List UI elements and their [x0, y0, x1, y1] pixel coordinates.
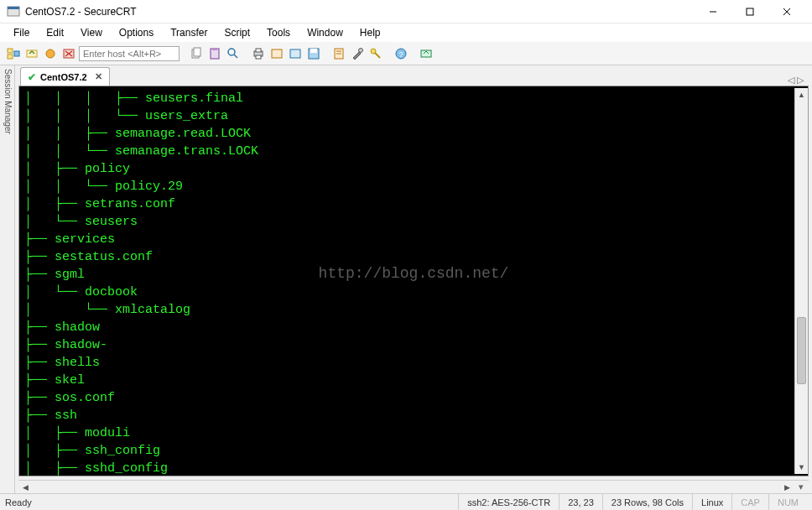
tab-next-button[interactable]: ▷	[797, 75, 804, 86]
tools-icon[interactable]	[349, 45, 366, 62]
tabbar: ✔ CentOS7.2 ✕ ◁ ▷	[15, 65, 812, 86]
terminal-line: ├── sos.conf	[24, 389, 803, 407]
svg-rect-23	[272, 49, 282, 58]
svg-rect-8	[14, 51, 19, 56]
terminal-line: ├── services	[24, 231, 803, 248]
session-manager-sidebar[interactable]: Session Manager	[0, 65, 15, 493]
status-caps: CAP	[731, 494, 768, 510]
svg-rect-1	[8, 7, 19, 9]
menu-edit[interactable]: Edit	[39, 25, 70, 40]
menu-view[interactable]: View	[74, 25, 109, 40]
terminal-line: │ └── seusers	[24, 213, 803, 231]
scroll-down-icon[interactable]: ▼	[795, 461, 808, 474]
terminal-line: │ │ └── policy.29	[24, 178, 803, 195]
svg-line-19	[234, 55, 237, 58]
vertical-scrollbar[interactable]: ▲ ▼	[794, 88, 808, 474]
terminal-line: │ │ └── semanage.trans.LOCK	[24, 143, 803, 160]
titlebar: CentOS7.2 - SecureCRT	[0, 0, 812, 23]
terminal-line: │ │ ├── semanage.read.LOCK	[24, 125, 803, 143]
scroll-right-icon[interactable]: ▶	[780, 481, 794, 493]
svg-rect-7	[8, 55, 13, 59]
terminal-line: ├── shadow	[24, 319, 803, 336]
tab-label: CentOS7.2	[40, 72, 87, 82]
svg-rect-24	[290, 49, 300, 58]
terminal-line: │ ├── setrans.conf	[24, 195, 803, 213]
menu-transfer[interactable]: Transfer	[164, 25, 214, 40]
help-icon[interactable]: ?	[393, 45, 409, 62]
script-icon[interactable]	[331, 45, 347, 62]
close-button[interactable]	[768, 0, 805, 23]
maximize-button[interactable]	[731, 0, 768, 23]
svg-text:?: ?	[398, 50, 403, 59]
svg-point-10	[46, 49, 55, 58]
tab-centos[interactable]: ✔ CentOS7.2 ✕	[20, 67, 110, 86]
horizontal-scrollbar[interactable]: ◀ ▶ ▾	[18, 480, 809, 493]
menu-tools[interactable]: Tools	[260, 25, 297, 40]
app-icon	[7, 5, 20, 18]
minimize-button[interactable]	[695, 0, 731, 23]
menu-help[interactable]: Help	[353, 25, 388, 40]
terminal-line: ├── sestatus.conf	[24, 248, 803, 266]
menu-script[interactable]: Script	[217, 25, 257, 40]
quick-connect-icon[interactable]	[23, 45, 40, 62]
svg-rect-15	[194, 48, 200, 56]
paste-icon[interactable]	[206, 45, 223, 62]
save-icon[interactable]	[305, 45, 322, 62]
properties-icon[interactable]	[287, 45, 304, 62]
terminal-line: ├── sgml	[24, 266, 803, 284]
terminal-line: ├── shadow-	[24, 336, 803, 354]
svg-line-32	[375, 53, 380, 58]
host-input[interactable]	[79, 46, 180, 61]
terminal-line: │ ├── policy	[24, 160, 803, 178]
session-manager-icon[interactable]	[5, 45, 22, 62]
status-cursor: 23, 23	[559, 494, 602, 510]
menu-options[interactable]: Options	[112, 25, 160, 40]
window-title: CentOS7.2 - SecureCRT	[25, 6, 695, 18]
terminal-line: │ │ │ ├── seusers.final	[24, 90, 803, 107]
terminal-line: │ ├── sshd_config	[24, 460, 803, 476]
connect-icon[interactable]	[42, 45, 59, 62]
scroll-left-icon[interactable]: ◀	[18, 481, 32, 493]
menu-file[interactable]: File	[7, 25, 36, 40]
svg-rect-17	[212, 48, 217, 50]
tab-close-icon[interactable]: ✕	[95, 71, 102, 82]
find-icon[interactable]	[225, 45, 242, 62]
status-os: Linux	[692, 494, 731, 510]
key-icon[interactable]	[367, 45, 384, 62]
scroll-up-icon[interactable]: ▲	[795, 88, 808, 101]
terminal-line: ├── ssh	[24, 407, 803, 424]
scroll-thumb[interactable]	[797, 317, 806, 384]
status-cipher: ssh2: AES-256-CTR	[458, 494, 559, 510]
status-num: NUM	[768, 494, 807, 510]
copy-icon[interactable]	[188, 45, 205, 62]
toolbar: ?	[0, 42, 812, 65]
svg-rect-3	[747, 8, 753, 15]
terminal[interactable]: │ │ │ ├── seusers.final│ │ │ └── users_e…	[18, 86, 809, 476]
terminal-line: │ └── xmlcatalog	[24, 301, 803, 319]
terminal-line: ├── shells	[24, 354, 803, 372]
tab-prev-button[interactable]: ◁	[788, 75, 794, 86]
svg-rect-22	[256, 55, 261, 59]
terminal-line: │ ├── moduli	[24, 424, 803, 442]
menubar: File Edit View Options Transfer Script T…	[0, 23, 812, 42]
status-ready: Ready	[5, 497, 32, 507]
statusbar: Ready ssh2: AES-256-CTR 23, 23 23 Rows, …	[0, 493, 812, 510]
new-session-icon[interactable]	[268, 45, 285, 62]
disconnect-icon[interactable]	[60, 45, 77, 62]
svg-rect-26	[310, 49, 317, 53]
terminal-line: │ │ │ └── users_extra	[24, 107, 803, 125]
status-size: 23 Rows, 98 Cols	[602, 494, 692, 510]
svg-point-18	[228, 49, 235, 55]
svg-rect-6	[8, 49, 13, 53]
menu-window[interactable]: Window	[300, 25, 350, 40]
terminal-line: │ ├── ssh_config	[24, 442, 803, 460]
svg-point-30	[359, 48, 363, 52]
pane-menu-icon[interactable]: ▾	[794, 481, 809, 493]
connected-icon: ✔	[28, 71, 36, 83]
sftp-icon[interactable]	[418, 45, 435, 62]
terminal-line: ├── skel	[24, 372, 803, 389]
terminal-line: │ └── docbook	[24, 284, 803, 301]
print-icon[interactable]	[250, 45, 267, 62]
svg-rect-21	[256, 49, 261, 52]
